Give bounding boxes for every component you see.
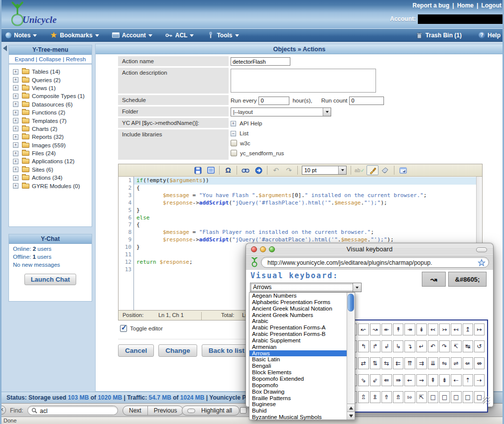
expand-icon[interactable]: + — [13, 142, 18, 148]
tree-item-datasources-6[interactable]: +Datasources (6) — [13, 101, 90, 108]
scroll-down-icon[interactable] — [347, 412, 355, 420]
nav-menu-bookmarks[interactable]: ★Bookmarks — [50, 32, 99, 39]
expand-icon[interactable]: + — [13, 183, 18, 189]
header-link-home[interactable]: Home — [457, 2, 474, 9]
change-button[interactable]: Change — [158, 344, 197, 357]
nav-menu-tools[interactable]: Tools — [207, 32, 239, 39]
char-cell[interactable]: ↟ — [393, 323, 403, 335]
launch-chat-button[interactable]: Launch Chat — [24, 274, 77, 285]
nav-menu-account[interactable]: Account — [112, 32, 152, 39]
api-help-label[interactable]: API Help — [240, 120, 262, 126]
char-cell[interactable]: ↠ — [404, 323, 415, 335]
charset-option[interactable]: Bopomofo Extended — [250, 376, 347, 382]
tree-refresh-link[interactable]: Refresh — [66, 56, 86, 62]
char-cell[interactable]: ⇬ — [358, 391, 369, 403]
char-cell[interactable]: ⇟ — [439, 374, 450, 386]
tree-item-applications-12[interactable]: +Applications (12) — [13, 157, 90, 165]
char-cell[interactable]: ↲ — [381, 340, 392, 352]
expand-icon[interactable]: + — [13, 167, 18, 172]
go-to-line-icon[interactable] — [252, 165, 264, 175]
back-to-list-button[interactable]: Back to list — [202, 344, 252, 357]
expand-icon[interactable]: + — [13, 94, 18, 99]
char-cell[interactable]: ⇎ — [474, 357, 485, 369]
char-cell[interactable]: ⇊ — [428, 357, 438, 369]
window-minimize-icon[interactable] — [260, 246, 266, 252]
tree-item-files-24[interactable]: +Files (24) — [13, 149, 90, 157]
charset-option[interactable]: Ancient Greek Numbers — [250, 312, 347, 318]
expand-icon[interactable]: + — [13, 85, 18, 91]
char-cell[interactable]: □ — [439, 391, 450, 403]
sidebar-collapse-arrow-icon[interactable] — [3, 45, 7, 51]
header-link-logout[interactable]: Logout — [481, 2, 502, 9]
match-case-checkbox[interactable] — [240, 407, 247, 414]
tree-item-tables-14[interactable]: +Tables (14) — [13, 68, 90, 76]
special-chars-icon[interactable]: Ω — [222, 165, 234, 175]
charset-option[interactable]: Bopomofo — [250, 382, 347, 389]
library-checkbox-yc_sendform_rus[interactable] — [231, 150, 237, 156]
redo-icon[interactable]: ↷ — [283, 165, 295, 175]
highlight-all-button[interactable]: Highlight all — [182, 406, 240, 416]
char-cell[interactable]: ↺ — [474, 340, 485, 352]
char-cell[interactable]: ↷ — [439, 340, 450, 352]
char-cell[interactable]: ⇇ — [393, 357, 403, 369]
char-code-button[interactable]: &#8605; — [448, 272, 487, 287]
fullscreen-icon[interactable] — [205, 165, 217, 175]
charset-option[interactable]: Alphabetic Presentation Forms — [250, 299, 347, 306]
char-cell[interactable]: ⇆ — [381, 357, 392, 369]
tree-item-templates-7[interactable]: +Templates (7) — [13, 116, 90, 124]
tree-collapse-link[interactable]: Collapse — [39, 56, 61, 62]
expand-icon[interactable]: + — [13, 159, 18, 164]
tree-item-images-559[interactable]: +Images (559) — [13, 141, 90, 149]
char-preview-button[interactable]: ↝ — [422, 272, 446, 287]
window-collapse-pill-icon[interactable] — [476, 247, 487, 252]
reload-window-icon[interactable] — [397, 165, 409, 175]
nav-menu-acl[interactable]: ACL — [165, 32, 194, 39]
window-close-icon[interactable] — [251, 246, 257, 252]
expand-icon[interactable]: + — [13, 110, 18, 115]
find-close-icon[interactable]: ✕ — [0, 406, 6, 415]
scroll-up-icon[interactable] — [347, 404, 355, 412]
tree-item-queries-2[interactable]: +Queries (2) — [13, 76, 90, 84]
tree-item-charts-2[interactable]: +Charts (2) — [13, 125, 90, 133]
char-cell[interactable]: ↳ — [393, 340, 403, 352]
url-field[interactable]: http://www.younicycle.com/js/editarea/pl… — [261, 257, 489, 268]
charset-option[interactable]: Arabic — [250, 318, 347, 324]
charset-option[interactable]: Arrows — [250, 350, 347, 357]
char-cell[interactable]: ↦ — [474, 323, 485, 335]
char-cell[interactable]: ⇘ — [358, 374, 369, 386]
expand-icon[interactable]: + — [13, 69, 18, 75]
char-cell[interactable]: ⇌ — [451, 357, 461, 369]
charset-option[interactable]: Arabic Supplement — [250, 337, 347, 344]
char-cell[interactable]: ⇚ — [381, 374, 392, 386]
char-cell[interactable]: ↵ — [416, 340, 427, 352]
expand-icon[interactable]: + — [13, 175, 18, 181]
charset-option[interactable]: Basic Latin — [250, 356, 347, 363]
charset-option[interactable]: Braille Patterns — [250, 395, 347, 402]
char-cell[interactable]: ⇮ — [381, 391, 392, 403]
char-cell[interactable]: ⇜ — [404, 374, 415, 386]
char-cell[interactable]: ↱ — [370, 340, 380, 352]
char-cell[interactable]: □ — [428, 391, 438, 403]
find-next-button[interactable]: Next — [123, 406, 147, 415]
spellcheck-icon[interactable]: ab✓ — [354, 165, 366, 175]
charset-option[interactable]: Buginese — [250, 401, 347, 408]
char-cell[interactable]: ⇉ — [416, 357, 427, 369]
char-cell[interactable]: ⇰ — [404, 391, 415, 403]
eraser-icon[interactable] — [379, 165, 391, 175]
find-previous-button[interactable]: Previous — [147, 406, 183, 415]
syntax-highlight-brush-icon[interactable] — [367, 165, 378, 175]
char-cell[interactable]: ⇝ — [416, 374, 427, 386]
find-icon[interactable] — [240, 165, 252, 175]
toggle-editor-checkbox[interactable] — [120, 325, 127, 332]
undo-icon[interactable]: ↶ — [270, 165, 282, 175]
trash-bin-menu[interactable]: Trash Bin (1) — [416, 32, 462, 39]
charset-select[interactable]: Arrows — [250, 283, 362, 292]
bookmark-star-icon[interactable] — [478, 259, 486, 267]
char-cell[interactable]: ↜ — [358, 323, 369, 335]
scrollbar-thumb[interactable] — [348, 294, 354, 312]
char-cell[interactable]: ⇞ — [428, 374, 438, 386]
expand-icon[interactable]: + — [13, 151, 18, 156]
char-cell[interactable]: □ — [463, 391, 473, 403]
char-cell[interactable]: ↞ — [381, 323, 392, 335]
tree-item-gyre-modules-0[interactable]: +GYRE Modules (0) — [13, 182, 90, 190]
